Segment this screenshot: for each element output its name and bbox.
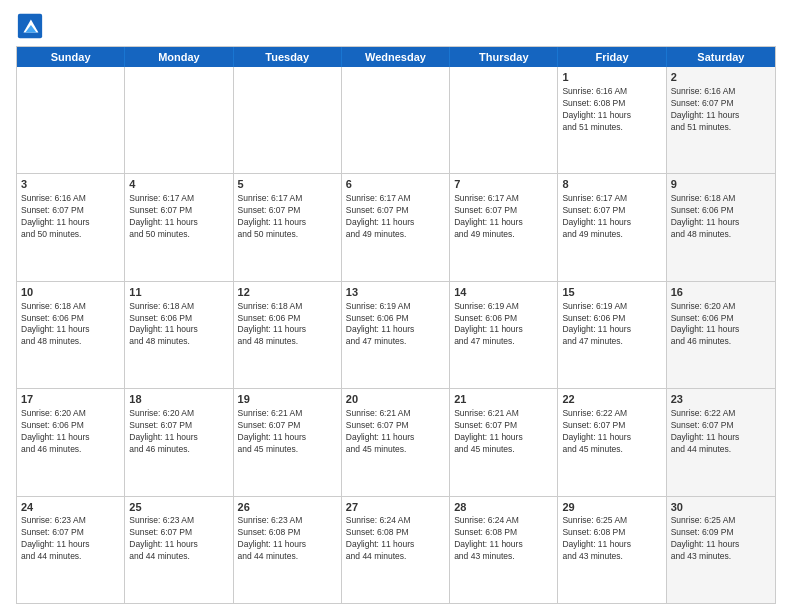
calendar-row-3: 10Sunrise: 6:18 AM Sunset: 6:06 PM Dayli… (17, 281, 775, 388)
header (16, 12, 776, 40)
day-number: 26 (238, 500, 337, 515)
day-number: 9 (671, 177, 771, 192)
day-cell-empty-0-0 (17, 67, 125, 173)
day-cell-20: 20Sunrise: 6:21 AM Sunset: 6:07 PM Dayli… (342, 389, 450, 495)
day-info: Sunrise: 6:23 AM Sunset: 6:08 PM Dayligh… (238, 515, 337, 563)
day-number: 30 (671, 500, 771, 515)
day-cell-empty-0-1 (125, 67, 233, 173)
day-cell-25: 25Sunrise: 6:23 AM Sunset: 6:07 PM Dayli… (125, 497, 233, 603)
day-cell-5: 5Sunrise: 6:17 AM Sunset: 6:07 PM Daylig… (234, 174, 342, 280)
day-cell-empty-0-4 (450, 67, 558, 173)
weekday-header-tuesday: Tuesday (234, 47, 342, 67)
day-cell-21: 21Sunrise: 6:21 AM Sunset: 6:07 PM Dayli… (450, 389, 558, 495)
calendar-row-1: 1Sunrise: 6:16 AM Sunset: 6:08 PM Daylig… (17, 67, 775, 173)
day-info: Sunrise: 6:19 AM Sunset: 6:06 PM Dayligh… (562, 301, 661, 349)
day-info: Sunrise: 6:21 AM Sunset: 6:07 PM Dayligh… (454, 408, 553, 456)
day-number: 22 (562, 392, 661, 407)
day-cell-13: 13Sunrise: 6:19 AM Sunset: 6:06 PM Dayli… (342, 282, 450, 388)
day-cell-24: 24Sunrise: 6:23 AM Sunset: 6:07 PM Dayli… (17, 497, 125, 603)
day-cell-28: 28Sunrise: 6:24 AM Sunset: 6:08 PM Dayli… (450, 497, 558, 603)
day-info: Sunrise: 6:16 AM Sunset: 6:07 PM Dayligh… (21, 193, 120, 241)
day-cell-30: 30Sunrise: 6:25 AM Sunset: 6:09 PM Dayli… (667, 497, 775, 603)
day-info: Sunrise: 6:17 AM Sunset: 6:07 PM Dayligh… (129, 193, 228, 241)
day-cell-6: 6Sunrise: 6:17 AM Sunset: 6:07 PM Daylig… (342, 174, 450, 280)
day-number: 28 (454, 500, 553, 515)
day-info: Sunrise: 6:16 AM Sunset: 6:07 PM Dayligh… (671, 86, 771, 134)
day-cell-10: 10Sunrise: 6:18 AM Sunset: 6:06 PM Dayli… (17, 282, 125, 388)
day-cell-14: 14Sunrise: 6:19 AM Sunset: 6:06 PM Dayli… (450, 282, 558, 388)
calendar-row-5: 24Sunrise: 6:23 AM Sunset: 6:07 PM Dayli… (17, 496, 775, 603)
day-number: 19 (238, 392, 337, 407)
day-info: Sunrise: 6:23 AM Sunset: 6:07 PM Dayligh… (129, 515, 228, 563)
day-number: 29 (562, 500, 661, 515)
day-info: Sunrise: 6:20 AM Sunset: 6:06 PM Dayligh… (671, 301, 771, 349)
day-number: 16 (671, 285, 771, 300)
day-number: 1 (562, 70, 661, 85)
page: SundayMondayTuesdayWednesdayThursdayFrid… (0, 0, 792, 612)
day-cell-23: 23Sunrise: 6:22 AM Sunset: 6:07 PM Dayli… (667, 389, 775, 495)
logo-icon (16, 12, 44, 40)
day-cell-27: 27Sunrise: 6:24 AM Sunset: 6:08 PM Dayli… (342, 497, 450, 603)
day-cell-2: 2Sunrise: 6:16 AM Sunset: 6:07 PM Daylig… (667, 67, 775, 173)
day-info: Sunrise: 6:18 AM Sunset: 6:06 PM Dayligh… (21, 301, 120, 349)
day-number: 27 (346, 500, 445, 515)
day-info: Sunrise: 6:17 AM Sunset: 6:07 PM Dayligh… (346, 193, 445, 241)
day-info: Sunrise: 6:19 AM Sunset: 6:06 PM Dayligh… (454, 301, 553, 349)
day-number: 15 (562, 285, 661, 300)
day-info: Sunrise: 6:21 AM Sunset: 6:07 PM Dayligh… (346, 408, 445, 456)
day-info: Sunrise: 6:17 AM Sunset: 6:07 PM Dayligh… (454, 193, 553, 241)
day-cell-9: 9Sunrise: 6:18 AM Sunset: 6:06 PM Daylig… (667, 174, 775, 280)
day-cell-empty-0-3 (342, 67, 450, 173)
day-cell-11: 11Sunrise: 6:18 AM Sunset: 6:06 PM Dayli… (125, 282, 233, 388)
day-number: 17 (21, 392, 120, 407)
day-info: Sunrise: 6:23 AM Sunset: 6:07 PM Dayligh… (21, 515, 120, 563)
day-info: Sunrise: 6:20 AM Sunset: 6:07 PM Dayligh… (129, 408, 228, 456)
day-number: 6 (346, 177, 445, 192)
day-number: 25 (129, 500, 228, 515)
day-number: 2 (671, 70, 771, 85)
day-number: 11 (129, 285, 228, 300)
day-info: Sunrise: 6:25 AM Sunset: 6:09 PM Dayligh… (671, 515, 771, 563)
weekday-header-sunday: Sunday (17, 47, 125, 67)
day-cell-26: 26Sunrise: 6:23 AM Sunset: 6:08 PM Dayli… (234, 497, 342, 603)
weekday-header-thursday: Thursday (450, 47, 558, 67)
day-cell-4: 4Sunrise: 6:17 AM Sunset: 6:07 PM Daylig… (125, 174, 233, 280)
calendar-header: SundayMondayTuesdayWednesdayThursdayFrid… (17, 47, 775, 67)
day-cell-22: 22Sunrise: 6:22 AM Sunset: 6:07 PM Dayli… (558, 389, 666, 495)
weekday-header-saturday: Saturday (667, 47, 775, 67)
day-number: 12 (238, 285, 337, 300)
calendar-row-2: 3Sunrise: 6:16 AM Sunset: 6:07 PM Daylig… (17, 173, 775, 280)
day-cell-17: 17Sunrise: 6:20 AM Sunset: 6:06 PM Dayli… (17, 389, 125, 495)
day-number: 18 (129, 392, 228, 407)
day-info: Sunrise: 6:17 AM Sunset: 6:07 PM Dayligh… (562, 193, 661, 241)
weekday-header-friday: Friday (558, 47, 666, 67)
day-cell-empty-0-2 (234, 67, 342, 173)
day-number: 20 (346, 392, 445, 407)
day-info: Sunrise: 6:21 AM Sunset: 6:07 PM Dayligh… (238, 408, 337, 456)
calendar-body: 1Sunrise: 6:16 AM Sunset: 6:08 PM Daylig… (17, 67, 775, 603)
day-info: Sunrise: 6:24 AM Sunset: 6:08 PM Dayligh… (454, 515, 553, 563)
day-cell-12: 12Sunrise: 6:18 AM Sunset: 6:06 PM Dayli… (234, 282, 342, 388)
day-cell-29: 29Sunrise: 6:25 AM Sunset: 6:08 PM Dayli… (558, 497, 666, 603)
day-cell-15: 15Sunrise: 6:19 AM Sunset: 6:06 PM Dayli… (558, 282, 666, 388)
day-cell-3: 3Sunrise: 6:16 AM Sunset: 6:07 PM Daylig… (17, 174, 125, 280)
day-info: Sunrise: 6:19 AM Sunset: 6:06 PM Dayligh… (346, 301, 445, 349)
day-cell-1: 1Sunrise: 6:16 AM Sunset: 6:08 PM Daylig… (558, 67, 666, 173)
day-cell-18: 18Sunrise: 6:20 AM Sunset: 6:07 PM Dayli… (125, 389, 233, 495)
day-info: Sunrise: 6:16 AM Sunset: 6:08 PM Dayligh… (562, 86, 661, 134)
day-number: 10 (21, 285, 120, 300)
day-info: Sunrise: 6:24 AM Sunset: 6:08 PM Dayligh… (346, 515, 445, 563)
day-number: 24 (21, 500, 120, 515)
day-number: 21 (454, 392, 553, 407)
day-cell-19: 19Sunrise: 6:21 AM Sunset: 6:07 PM Dayli… (234, 389, 342, 495)
day-info: Sunrise: 6:18 AM Sunset: 6:06 PM Dayligh… (238, 301, 337, 349)
logo (16, 12, 48, 40)
day-number: 14 (454, 285, 553, 300)
weekday-header-wednesday: Wednesday (342, 47, 450, 67)
day-number: 8 (562, 177, 661, 192)
day-info: Sunrise: 6:22 AM Sunset: 6:07 PM Dayligh… (671, 408, 771, 456)
day-cell-16: 16Sunrise: 6:20 AM Sunset: 6:06 PM Dayli… (667, 282, 775, 388)
day-number: 4 (129, 177, 228, 192)
day-number: 7 (454, 177, 553, 192)
day-number: 23 (671, 392, 771, 407)
